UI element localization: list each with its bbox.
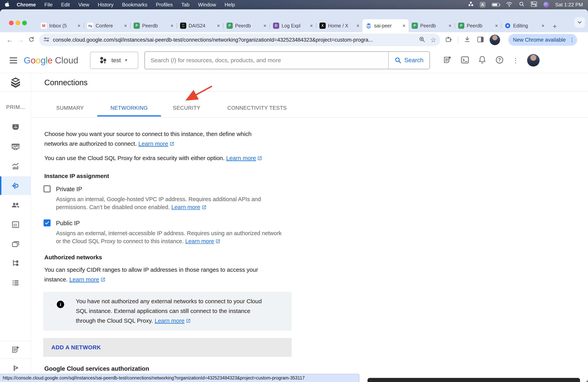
browser-tab[interactable]: DAIS DAIS24 × <box>177 19 223 32</box>
menu-item-tab[interactable]: Tab <box>181 2 189 8</box>
private-ip-checkbox[interactable] <box>43 185 51 192</box>
menu-item-history[interactable]: History <box>98 2 114 8</box>
public-ip-checkbox[interactable] <box>43 219 51 226</box>
menu-item-edit[interactable]: Edit <box>61 2 70 8</box>
address-bar[interactable]: console.cloud.google.com/sql/instances/s… <box>39 34 440 46</box>
sidebar-item-query-insights[interactable] <box>0 157 31 176</box>
new-tab-button[interactable]: + <box>553 22 557 30</box>
cloud-shell-icon[interactable] <box>460 55 470 65</box>
menu-item-chrome[interactable]: Chrome <box>17 2 36 8</box>
browser-tab[interactable]: X Home / X × <box>316 19 362 32</box>
sidebar-item-replicas[interactable] <box>0 254 31 272</box>
tab-networking[interactable]: NETWORKING <box>110 105 148 111</box>
close-icon[interactable]: × <box>170 23 173 28</box>
browser-tab[interactable]: P Peerdb × <box>130 19 177 32</box>
gemini-assist-icon[interactable] <box>443 55 452 65</box>
control-center-icon[interactable] <box>531 1 537 8</box>
help-icon[interactable]: ? <box>495 55 504 65</box>
app-badge-icon[interactable]: A <box>480 2 485 8</box>
navigation-menu-icon[interactable] <box>10 57 17 64</box>
learn-more-link[interactable]: Learn more <box>171 204 206 210</box>
notifications-bell-icon[interactable] <box>478 55 487 65</box>
account-avatar[interactable] <box>527 54 540 66</box>
browser-tab[interactable]: Pg Confere × <box>84 19 130 32</box>
close-window-button[interactable] <box>9 21 14 25</box>
wifi-icon[interactable] <box>506 1 513 8</box>
sidebar-item-users[interactable] <box>0 196 31 214</box>
tab-connectivity-tests[interactable]: CONNECTIVITY TESTS <box>227 105 287 111</box>
back-icon[interactable]: ← <box>4 36 15 44</box>
battery-icon[interactable] <box>492 3 500 7</box>
tab-title: sai-peer <box>374 23 400 29</box>
sidebar-item-connections[interactable] <box>0 176 31 195</box>
forward-icon[interactable]: → <box>15 36 26 44</box>
sidebar-collapse-button[interactable]: |> <box>0 364 31 371</box>
browser-tab[interactable]: M Inbox (5 × <box>38 19 84 32</box>
close-icon[interactable]: × <box>310 23 313 28</box>
menu-item-bookmarks[interactable]: Bookmarks <box>122 2 147 8</box>
more-options-icon[interactable]: ⋮ <box>512 56 519 64</box>
minimize-window-button[interactable] <box>16 21 20 25</box>
menu-item-file[interactable]: File <box>44 2 53 8</box>
siri-icon[interactable] <box>544 2 549 7</box>
reload-icon[interactable] <box>26 35 37 44</box>
learn-more-link[interactable]: Learn more <box>155 318 190 324</box>
apple-logo-icon[interactable] <box>5 1 10 8</box>
learn-more-link[interactable]: Learn more <box>138 140 174 147</box>
url-text[interactable]: console.cloud.google.com/sql/instances/s… <box>53 37 419 43</box>
cloud-sql-logo-icon[interactable] <box>0 73 31 91</box>
menu-item-window[interactable]: Window <box>198 2 216 8</box>
menu-bar-clock[interactable]: Sat 1:22 PM <box>555 2 583 8</box>
search-button[interactable]: Search <box>388 52 430 69</box>
private-ip-label[interactable]: Private IP <box>56 186 82 193</box>
browser-tab[interactable]: Editing × <box>502 19 547 32</box>
spotlight-search-icon[interactable] <box>519 1 525 8</box>
close-icon[interactable]: × <box>402 23 405 28</box>
tab-security[interactable]: SECURITY <box>173 105 200 111</box>
close-icon[interactable]: × <box>357 23 359 28</box>
close-icon[interactable]: × <box>217 23 220 28</box>
zoom-window-button[interactable] <box>22 21 27 25</box>
search-input[interactable] <box>145 52 388 69</box>
sidebar-item-backups[interactable] <box>0 235 31 254</box>
add-network-button[interactable]: ADD A NETWORK <box>43 338 292 357</box>
display-grid-icon[interactable] <box>468 1 473 8</box>
peerdb-favicon: P <box>227 22 233 29</box>
tab-summary[interactable]: SUMMARY <box>56 105 84 111</box>
browser-tab[interactable]: P Peerdb × <box>455 19 501 32</box>
browser-tab[interactable]: P Peerdb × <box>409 19 455 32</box>
close-icon[interactable]: × <box>263 23 266 28</box>
chrome-update-button[interactable]: New Chrome available ⋮ <box>508 34 577 46</box>
project-picker-button[interactable]: test ▼ <box>90 52 138 69</box>
close-icon[interactable]: × <box>449 23 452 28</box>
learn-more-link[interactable]: Learn more <box>69 276 105 283</box>
browser-tab-active[interactable]: sai-peer × <box>362 19 409 32</box>
browser-profile-avatar[interactable] <box>490 35 500 45</box>
learn-more-link[interactable]: Learn more <box>226 155 262 161</box>
zoom-icon[interactable] <box>419 36 425 43</box>
menu-item-profiles[interactable]: Profiles <box>156 2 173 8</box>
sidebar-item-system-insights[interactable] <box>0 137 31 156</box>
download-icon[interactable] <box>463 35 471 44</box>
browser-tab[interactable]: P Peerdb × <box>223 19 270 32</box>
sidebar-item-databases[interactable] <box>0 215 31 234</box>
tab-search-button[interactable] <box>574 17 585 28</box>
learn-more-link[interactable]: Learn more <box>185 238 220 244</box>
sidebar-item-overview[interactable] <box>0 118 31 136</box>
site-settings-icon[interactable] <box>43 36 50 43</box>
bookmark-star-icon[interactable]: ☆ <box>431 37 436 43</box>
public-ip-label[interactable]: Public IP <box>56 220 80 227</box>
google-cloud-logo[interactable]: Google Cloud <box>24 55 78 65</box>
close-icon[interactable]: × <box>124 23 127 28</box>
extensions-icon[interactable] <box>444 35 453 44</box>
side-panel-icon[interactable] <box>476 35 484 44</box>
sidebar-item-release-notes[interactable] <box>0 341 31 358</box>
sidebar-item-operations[interactable] <box>0 274 31 292</box>
browser-menu-icon[interactable]: ⋮ <box>569 37 575 43</box>
close-icon[interactable]: × <box>495 23 498 28</box>
menu-item-view[interactable]: View <box>78 2 89 8</box>
browser-tab[interactable]: D Log Expl × <box>270 19 316 32</box>
close-icon[interactable]: × <box>542 23 545 28</box>
close-icon[interactable]: × <box>78 23 81 28</box>
menu-item-help[interactable]: Help <box>225 2 235 8</box>
